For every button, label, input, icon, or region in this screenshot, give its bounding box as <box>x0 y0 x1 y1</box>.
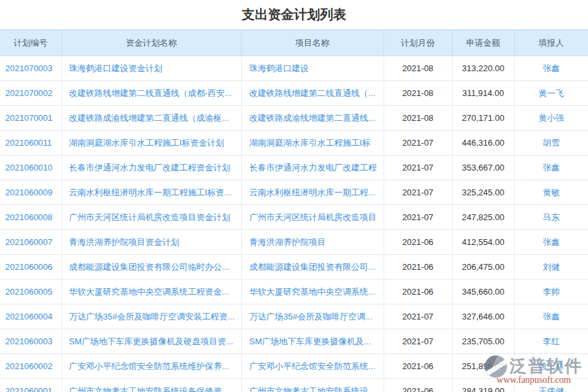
cell-plan-name[interactable]: 广州市文物考古工地安防系统设备保修资... <box>61 379 241 392</box>
cell-reporter[interactable]: 胡雪 <box>514 131 588 155</box>
cell-amount: 270,171.00 <box>452 106 514 131</box>
table-row: 2021060010长春市伊通河水力发电厂改建工程资金计划长春市伊通河水力发电厂… <box>0 155 588 180</box>
cell-plan-name[interactable]: 成都能源建设集团投资有限公司临时办公... <box>61 255 241 280</box>
cell-plan-month: 2021-07 <box>384 131 452 155</box>
cell-reporter[interactable]: 马东 <box>514 205 588 230</box>
cell-plan-no[interactable]: 2021060001 <box>0 379 61 392</box>
cell-project-name[interactable]: 广安邓小平纪念馆安全防范系统... <box>241 354 384 379</box>
table-row: 2021060011湖南洞庭湖水库引水工程施工I标资金计划湖南洞庭湖水库引水工程… <box>0 131 588 155</box>
cell-project-name[interactable]: 万达广场35#会所及咖啡厅空调... <box>241 304 384 329</box>
col-header-project-name: 项目名称 <box>241 30 384 56</box>
cell-plan-month: 2021-06 <box>384 230 452 255</box>
table-row: 2021060009云南水利枢纽潜明水库一期工程施工I标资...云南水利枢纽潜明… <box>0 180 588 205</box>
cell-plan-name[interactable]: 青海洪湖养护院项目资金计划 <box>61 230 241 255</box>
cell-plan-no[interactable]: 2021060002 <box>0 354 61 379</box>
cell-plan-month: 2021-06 <box>384 255 452 280</box>
cell-amount: 247,825.00 <box>452 205 514 230</box>
cell-plan-month: 2021-07 <box>384 180 452 205</box>
cell-reporter[interactable]: 熊三林 <box>514 354 588 379</box>
cell-plan-name[interactable]: 万达广场35#会所及咖啡厅空调安装工程资... <box>61 304 241 329</box>
cell-reporter[interactable]: 张鑫 <box>514 155 588 180</box>
cell-reporter[interactable]: 张鑫 <box>514 56 588 81</box>
cell-reporter[interactable]: 黄一飞 <box>514 81 588 106</box>
page-title: 支出资金计划列表 <box>0 0 588 29</box>
cell-reporter[interactable]: 张鑫 <box>514 230 588 255</box>
cell-project-name[interactable]: 改建铁路成渝线增建第二直通线... <box>241 106 384 131</box>
cell-plan-name[interactable]: 广安邓小平纪念馆安全防范系统维护保养... <box>61 354 241 379</box>
table-row: 2021060003SM广场地下车库更换摄像机及硬盘项目资...SM广场地下车库… <box>0 329 588 354</box>
cell-reporter[interactable]: 刘健 <box>514 255 588 280</box>
cell-plan-name[interactable]: 长春市伊通河水力发电厂改建工程资金计划 <box>61 155 241 180</box>
cell-project-name[interactable]: SM广场地下车库更换摄像机及... <box>241 329 384 354</box>
cell-plan-month: 2021-06 <box>384 354 452 379</box>
table-body: 2021070003珠海鹤港口建设资金计划珠海鹤港口建设2021-08313,2… <box>0 56 588 392</box>
cell-plan-month: 2021-07 <box>384 304 452 329</box>
cell-reporter[interactable]: 黄小强 <box>514 106 588 131</box>
expense-plan-table: 计划编号 资金计划名称 项目名称 计划月份 申请金额 填报人 202107000… <box>0 29 588 392</box>
cell-amount: 446,316.00 <box>452 131 514 155</box>
cell-amount: 235,705.00 <box>452 329 514 354</box>
cell-project-name[interactable]: 青海洪湖养护院项目 <box>241 230 384 255</box>
cell-plan-name[interactable]: 华软大厦研究基地中央空调系统工程资金... <box>61 280 241 304</box>
table-row: 2021070001改建铁路成渝线增建第二直通线（成渝枢...改建铁路成渝线增建… <box>0 106 588 131</box>
table-row: 2021060007青海洪湖养护院项目资金计划青海洪湖养护院项目2021-064… <box>0 230 588 255</box>
cell-plan-no[interactable]: 2021070003 <box>0 56 61 81</box>
table-row: 2021060001广州市文物考古工地安防系统设备保修资...广州市文物考古工地… <box>0 379 588 392</box>
cell-plan-no[interactable]: 2021060004 <box>0 304 61 329</box>
cell-amount: 325,245.00 <box>452 180 514 205</box>
cell-plan-no[interactable]: 2021060007 <box>0 230 61 255</box>
cell-plan-month: 2021-07 <box>384 155 452 180</box>
cell-plan-month: 2021-06 <box>384 280 452 304</box>
cell-project-name[interactable]: 珠海鹤港口建设 <box>241 56 384 81</box>
cell-plan-month: 2021-06 <box>384 379 452 392</box>
cell-project-name[interactable]: 广州市文物考古工地安防系统设... <box>241 379 384 392</box>
cell-plan-name[interactable]: 湖南洞庭湖水库引水工程施工I标资金计划 <box>61 131 241 155</box>
cell-plan-no[interactable]: 2021060010 <box>0 155 61 180</box>
col-header-plan-month: 计划月份 <box>384 30 452 56</box>
cell-plan-month: 2021-07 <box>384 329 452 354</box>
cell-reporter[interactable]: 黄敏 <box>514 180 588 205</box>
col-header-amount: 申请金额 <box>452 30 514 56</box>
cell-project-name[interactable]: 改建铁路线增建第二线直通线（... <box>241 81 384 106</box>
cell-plan-name[interactable]: 广州市天河区统计局机房改造项目资金计划 <box>61 205 241 230</box>
cell-plan-month: 2021-07 <box>384 205 452 230</box>
cell-amount: 251,896.00 <box>452 354 514 379</box>
col-header-plan-no: 计划编号 <box>0 30 61 56</box>
cell-plan-name[interactable]: 云南水利枢纽潜明水库一期工程施工I标资... <box>61 180 241 205</box>
cell-plan-name[interactable]: SM广场地下车库更换摄像机及硬盘项目资... <box>61 329 241 354</box>
cell-project-name[interactable]: 广州市天河区统计局机房改造项目 <box>241 205 384 230</box>
cell-reporter[interactable]: 李帅 <box>514 280 588 304</box>
cell-reporter[interactable]: 张鑫 <box>514 304 588 329</box>
cell-plan-name[interactable]: 珠海鹤港口建设资金计划 <box>61 56 241 81</box>
cell-project-name[interactable]: 云南水利枢纽潜明水库一期工程... <box>241 180 384 205</box>
cell-project-name[interactable]: 湖南洞庭湖水库引水工程施工I标 <box>241 131 384 155</box>
table-header: 计划编号 资金计划名称 项目名称 计划月份 申请金额 填报人 <box>0 30 588 56</box>
table-row: 2021060004万达广场35#会所及咖啡厅空调安装工程资...万达广场35#… <box>0 304 588 329</box>
cell-plan-no[interactable]: 2021070002 <box>0 81 61 106</box>
cell-amount: 313,220.00 <box>452 56 514 81</box>
cell-plan-no[interactable]: 2021060011 <box>0 131 61 155</box>
cell-project-name[interactable]: 成都能源建设集团投资有限公司... <box>241 255 384 280</box>
cell-amount: 206,475.00 <box>452 255 514 280</box>
cell-plan-no[interactable]: 2021060009 <box>0 180 61 205</box>
table-row: 2021060008广州市天河区统计局机房改造项目资金计划广州市天河区统计局机房… <box>0 205 588 230</box>
cell-plan-name[interactable]: 改建铁路线增建第二线直通线（成都-西安... <box>61 81 241 106</box>
cell-plan-month: 2021-08 <box>384 81 452 106</box>
cell-amount: 327,646.00 <box>452 304 514 329</box>
cell-reporter[interactable]: 李红 <box>514 329 588 354</box>
header-row: 计划编号 资金计划名称 项目名称 计划月份 申请金额 填报人 <box>0 30 588 56</box>
cell-plan-name[interactable]: 改建铁路成渝线增建第二直通线（成渝枢... <box>61 106 241 131</box>
table-row: 2021070003珠海鹤港口建设资金计划珠海鹤港口建设2021-08313,2… <box>0 56 588 81</box>
cell-plan-no[interactable]: 2021060006 <box>0 255 61 280</box>
cell-plan-no[interactable]: 2021060003 <box>0 329 61 354</box>
cell-plan-no[interactable]: 2021070001 <box>0 106 61 131</box>
cell-project-name[interactable]: 长春市伊通河水力发电厂改建工程 <box>241 155 384 180</box>
cell-plan-month: 2021-08 <box>384 56 452 81</box>
cell-project-name[interactable]: 华软大厦研究基地中央空调系统... <box>241 280 384 304</box>
col-header-plan-name: 资金计划名称 <box>61 30 241 56</box>
cell-plan-no[interactable]: 2021060005 <box>0 280 61 304</box>
cell-reporter[interactable]: 王伟健 <box>514 379 588 392</box>
cell-amount: 353,667.00 <box>452 155 514 180</box>
cell-plan-no[interactable]: 2021060008 <box>0 205 61 230</box>
table-row: 2021060006成都能源建设集团投资有限公司临时办公...成都能源建设集团投… <box>0 255 588 280</box>
